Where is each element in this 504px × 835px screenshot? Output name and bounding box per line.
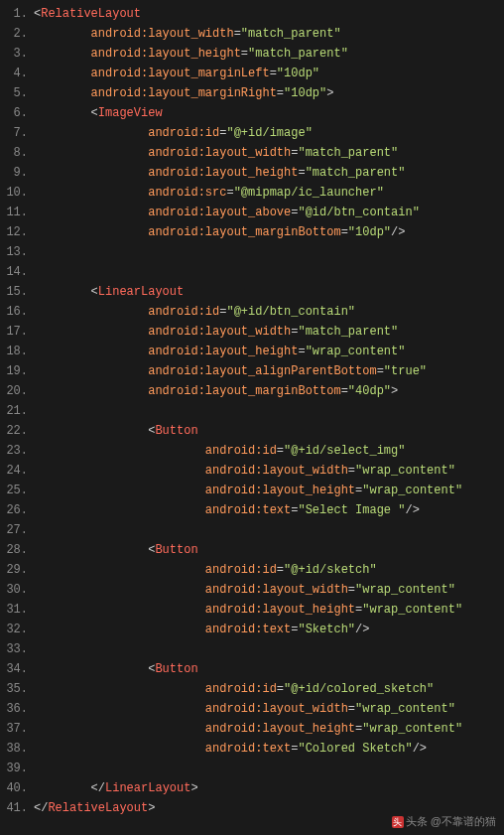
line-number: 27. [0, 520, 34, 540]
token-str: "match_parent" [248, 47, 348, 61]
code-line: 28. <Button [0, 540, 504, 560]
token-str: "Select Image " [298, 503, 405, 517]
token-punct: = [348, 702, 355, 716]
code-line: 1.<RelativeLayout [0, 4, 504, 24]
code-content: android:layout_height="wrap_content" [34, 342, 405, 361]
token-attr: android:text [205, 623, 291, 636]
code-content: android:id="@+id/colored_sketch" [34, 679, 434, 699]
token-attr: android:layout_width [205, 702, 348, 716]
token-punct: = [234, 27, 241, 41]
token-attr: android:layout_height [205, 484, 355, 497]
line-number: 12. [0, 222, 34, 242]
code-content: </RelativeLayout> [34, 798, 155, 818]
token-str: "40dp" [348, 384, 391, 398]
token-punct: < [91, 285, 98, 299]
line-number: 30. [0, 580, 34, 600]
token-str: "@+id/colored_sketch" [284, 682, 434, 696]
code-line: 7. android:id="@+id/image" [0, 123, 504, 143]
token-punct: </ [91, 781, 105, 795]
code-content: android:layout_width="match_parent" [34, 24, 341, 44]
code-content: android:layout_width="wrap_content" [34, 699, 455, 719]
line-number: 41. [0, 798, 34, 818]
token-str: "Colored Sketch" [298, 742, 412, 756]
line-number: 6. [0, 103, 34, 123]
code-line: 17. android:layout_width="match_parent" [0, 322, 504, 342]
code-line: 39. [0, 759, 504, 778]
token-attr: android:layout_width [91, 27, 234, 41]
line-number: 40. [0, 778, 34, 798]
code-line: 22. <Button [0, 421, 504, 441]
line-number: 25. [0, 481, 34, 500]
code-content: <ImageView [34, 103, 163, 123]
token-attr: android:layout_marginBottom [148, 225, 340, 239]
token-attr: android:layout_alignParentBottom [148, 364, 376, 378]
code-content: android:layout_width="match_parent" [34, 322, 398, 342]
code-content: android:layout_marginRight="10dp"> [34, 83, 333, 103]
line-number: 10. [0, 183, 34, 203]
code-line: 23. android:id="@+id/select_img" [0, 441, 504, 461]
code-line: 2. android:layout_width="match_parent" [0, 24, 504, 44]
code-content: <Button [34, 540, 198, 560]
token-str: "wrap_content" [306, 345, 406, 358]
token-tag: Button [155, 424, 197, 438]
line-number: 18. [0, 342, 34, 361]
token-tag: Button [155, 543, 197, 557]
line-number: 9. [0, 163, 34, 183]
code-line: 24. android:layout_width="wrap_content" [0, 461, 504, 481]
line-number: 28. [0, 540, 34, 560]
token-attr: android:layout_marginLeft [91, 67, 270, 80]
line-number: 20. [0, 381, 34, 401]
code-content: android:id="@+id/select_img" [34, 441, 405, 461]
code-line: 38. android:text="Colored Sketch"/> [0, 739, 504, 759]
token-punct: = [348, 464, 355, 478]
line-number: 36. [0, 699, 34, 719]
token-tag: RelativeLayout [48, 801, 148, 815]
code-line: 11. android:layout_above="@id/btn_contai… [0, 203, 504, 222]
code-line: 25. android:layout_height="wrap_content" [0, 481, 504, 500]
line-number: 7. [0, 123, 34, 143]
line-number: 19. [0, 361, 34, 381]
line-number: 23. [0, 441, 34, 461]
token-punct: = [277, 682, 284, 696]
token-attr: android:src [148, 186, 226, 200]
token-punct: = [270, 67, 277, 80]
code-content: android:layout_height="match_parent" [34, 163, 405, 183]
token-tag: ImageView [98, 106, 163, 120]
line-number: 1. [0, 4, 34, 24]
token-str: "wrap_content" [362, 484, 462, 497]
line-number: 35. [0, 679, 34, 699]
code-line: 21. [0, 401, 504, 421]
token-punct: = [298, 345, 305, 358]
token-attr: android:layout_height [205, 722, 355, 736]
code-block: 1.<RelativeLayout2. android:layout_width… [0, 0, 504, 822]
line-number: 26. [0, 500, 34, 520]
token-punct: = [277, 444, 284, 458]
code-line: 32. android:text="Sketch"/> [0, 620, 504, 639]
code-line: 9. android:layout_height="match_parent" [0, 163, 504, 183]
line-number: 14. [0, 262, 34, 282]
code-line: 10. android:src="@mipmap/ic_launcher" [0, 183, 504, 203]
token-punct: = [226, 186, 233, 200]
code-content: android:layout_width="wrap_content" [34, 580, 455, 600]
token-attr: android:id [148, 305, 219, 319]
token-attr: android:id [205, 682, 277, 696]
code-line: 6. <ImageView [0, 103, 504, 123]
token-attr: android:layout_marginBottom [148, 384, 340, 398]
token-attr: android:layout_height [148, 166, 298, 180]
token-punct: > [391, 384, 398, 398]
code-content: </LinearLayout> [34, 778, 198, 798]
line-number: 5. [0, 83, 34, 103]
token-punct: /> [391, 225, 405, 239]
code-content: android:id="@+id/btn_contain" [34, 302, 355, 322]
token-str: "@+id/image" [226, 126, 312, 140]
code-line: 35. android:id="@+id/colored_sketch" [0, 679, 504, 699]
line-number: 39. [0, 759, 34, 778]
token-str: "Sketch" [298, 623, 355, 636]
token-punct: > [190, 781, 197, 795]
line-number: 33. [0, 639, 34, 659]
code-content: android:src="@mipmap/ic_launcher" [34, 183, 384, 203]
code-line: 5. android:layout_marginRight="10dp"> [0, 83, 504, 103]
line-number: 3. [0, 44, 34, 64]
code-content: android:layout_above="@id/btn_contain" [34, 203, 420, 222]
token-punct: = [341, 225, 348, 239]
